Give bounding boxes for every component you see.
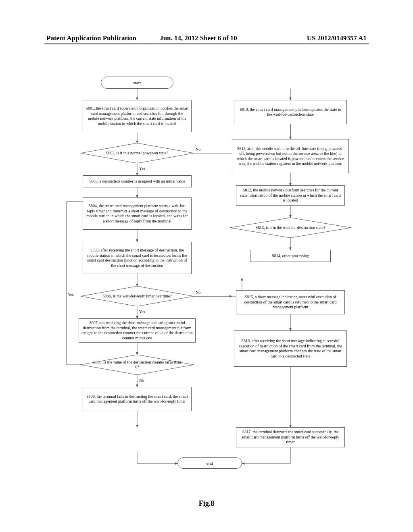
node-s814: S814, other processing (250, 250, 331, 262)
figure-label: Fig.8 (0, 499, 413, 508)
node-s810-text: S810, the smart card management platform… (237, 107, 344, 117)
node-s801: S801, the smart card supervision organiz… (83, 100, 192, 132)
node-s803-text: S803, a destruction counter is assigned … (89, 179, 185, 184)
header-left: Patent Application Publication (46, 34, 159, 42)
node-s806: S806, is the wait-for-reply timer overti… (81, 286, 194, 306)
node-s817-text: S817, the terminal destructs the smart c… (239, 430, 342, 445)
node-s809-text: S809, the terminal fails in destructing … (86, 394, 189, 404)
label-s802-yes: Yes (139, 166, 145, 170)
node-s802: S802, is it in a normal power-on state? (81, 143, 194, 163)
node-start-label: start (133, 80, 141, 85)
node-s805: S805, after receiving the short message … (83, 242, 192, 274)
node-end: end (177, 457, 242, 469)
node-s809: S809, the terminal fails in destructing … (83, 387, 192, 411)
label-s806-yes: Yes (139, 310, 145, 314)
label-s802-no: No (196, 147, 200, 152)
node-s810: S810, the smart card management platform… (234, 100, 347, 124)
label-s806-no: No (196, 290, 200, 295)
node-s807: S807, not receiving the short message in… (79, 318, 196, 343)
node-s804-text: S804, the smart card management platform… (86, 204, 189, 224)
flowchart: start S801, the smart card supervision o… (44, 77, 369, 492)
page-header: Patent Application Publication Jun. 14, … (0, 34, 413, 42)
node-s804: S804, the smart card management platform… (83, 197, 192, 230)
node-s813: S813, is it in the wait-for-destruction … (230, 218, 351, 238)
node-s802-text: S802, is it in a normal power-on state? (92, 151, 182, 156)
node-s811: S811, after the mobile station in the of… (232, 139, 349, 173)
node-s806-text: S806, is the wait-for-reply timer overti… (92, 294, 182, 299)
node-s803: S803, a destruction counter is assigned … (83, 175, 192, 187)
node-s814-text: S814, other processing (272, 254, 309, 259)
node-s807-text: S807, not receiving the short message in… (81, 320, 193, 341)
header-rule (44, 44, 369, 44)
node-s808-text: S808, is the value of the destruction co… (92, 360, 182, 370)
node-s805-text: S805, after receiving the short message … (86, 248, 189, 268)
node-s801-text: S801, the smart card supervision organiz… (86, 106, 189, 126)
node-s817: S817, the terminal destructs the smart c… (236, 427, 345, 447)
node-s816: S816, after receiving the short message … (234, 330, 347, 367)
node-s815-text: S815, a short message indicating success… (239, 295, 342, 310)
node-s815: S815, a short message indicating success… (236, 290, 345, 314)
label-s808-no: No (139, 378, 144, 382)
node-s816-text: S816, after receiving the short message … (237, 339, 344, 359)
node-start: start (101, 77, 173, 89)
node-s813-text: S813, is it in the wait-for-destruction … (242, 225, 339, 230)
node-s808: S808, is the value of the destruction co… (81, 355, 194, 375)
node-s812: S812, the mobile network platform search… (236, 185, 345, 206)
node-end-label: end (206, 461, 213, 466)
header-right: US 2012/0149357 A1 (254, 34, 367, 42)
header-center: Jun. 14, 2012 Sheet 6 of 10 (142, 34, 254, 42)
node-s812-text: S812, the mobile network platform search… (239, 188, 342, 203)
node-s811-text: S811, after the mobile station in the of… (235, 146, 346, 166)
label-s806-yes-left: Yes (68, 292, 74, 297)
